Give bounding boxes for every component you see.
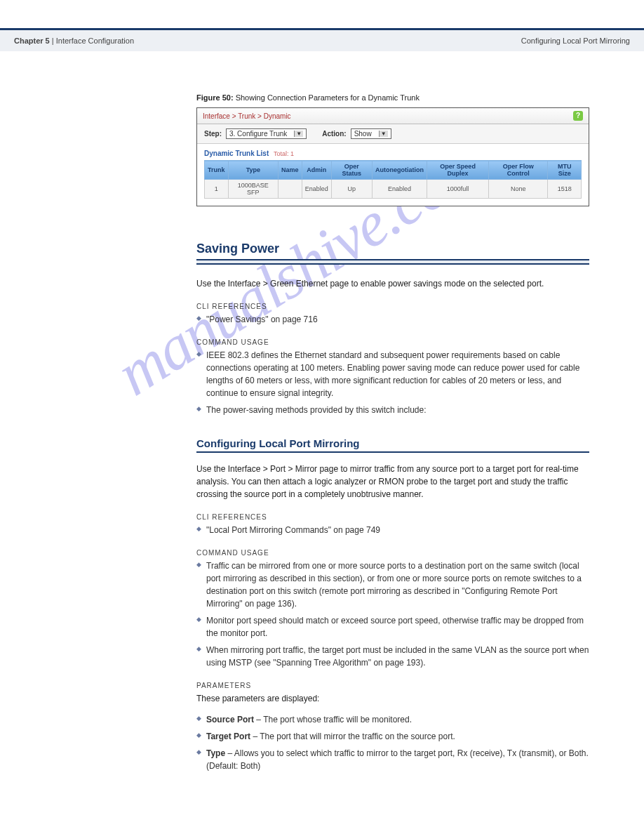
usage-item: When mirroring port traffic, the target … [196, 644, 589, 669]
cell-oper-speed: 1000full [427, 180, 488, 199]
cell-type: 1000BASE SFP [228, 180, 279, 199]
app-toolbar: Step: 3. Configure Trunk▼ Action: Show▼ [197, 124, 589, 144]
help-icon[interactable]: ? [573, 111, 583, 121]
table-header-row: Trunk Type Name Admin Oper Status Autone… [205, 161, 582, 180]
action-select[interactable]: Show▼ [351, 128, 391, 139]
param-item: Source Port – The port whose traffic wil… [196, 713, 589, 726]
parameters-heading: PARAMETERS [196, 682, 589, 689]
page-header: Chapter 5 | Interface Configuration Conf… [0, 30, 644, 51]
section-bar [196, 259, 589, 265]
usage-item: Monitor port speed should match or excee… [196, 614, 589, 640]
param-item: Type – Allows you to select which traffi… [196, 747, 589, 772]
col-oper-status: Oper Status [331, 161, 372, 180]
cell-mtu: 1518 [548, 180, 582, 199]
header-subtitle: Configuring Local Port Mirroring [521, 37, 630, 45]
cell-oper-status: Up [331, 180, 372, 199]
chevron-down-icon: ▼ [379, 131, 388, 137]
usage-item: Traffic can be mirrored from one or more… [196, 560, 589, 610]
parameters-intro: These parameters are displayed: [196, 692, 589, 705]
col-autoneg: Autonegotiation [372, 161, 427, 180]
trunk-table: Trunk Type Name Admin Oper Status Autone… [204, 160, 582, 199]
app-window: Interface > Trunk > Dynamic ? Step: 3. C… [196, 107, 589, 206]
action-label: Action: [322, 130, 346, 138]
param-item: Target Port – The port that will mirror … [196, 730, 589, 743]
header-chapter: Chapter 5 | Interface Configuration [14, 37, 134, 45]
cli-ref-heading-2: CLI REFERENCES [196, 513, 589, 521]
section1-intro: Use the Interface > Green Ethernet page … [196, 277, 589, 290]
col-oper-flow: Oper Flow Control [489, 161, 548, 180]
cmd-usage-heading: COMMAND USAGE [196, 338, 589, 346]
cell-admin: Enabled [302, 180, 331, 199]
col-oper-speed: Oper Speed Duplex [427, 161, 488, 180]
cell-name [279, 180, 302, 199]
usage-item: IEEE 802.3 defines the Ethernet standard… [196, 349, 589, 399]
col-admin: Admin [302, 161, 331, 180]
sub-rule [196, 451, 589, 453]
cli-ref-item: "Local Port Mirroring Commands" on page … [196, 524, 589, 536]
col-type: Type [228, 161, 279, 180]
col-trunk: Trunk [205, 161, 229, 180]
section2-intro: Use the Interface > Port > Mirror page t… [196, 463, 589, 501]
cmd-usage-heading-2: COMMAND USAGE [196, 549, 589, 557]
cell-autoneg: Enabled [372, 180, 427, 199]
cli-ref-heading: CLI REFERENCES [196, 303, 589, 310]
table-row: 1 1000BASE SFP Enabled Up Enabled 1000fu… [205, 180, 582, 199]
cell-trunk: 1 [205, 180, 229, 199]
chevron-down-icon: ▼ [294, 131, 303, 137]
breadcrumb: Interface > Trunk > Dynamic [203, 112, 291, 120]
col-mtu: MTU Size [548, 161, 582, 180]
section-heading-mirror: Configuring Local Port Mirroring [196, 437, 589, 449]
figure-caption: Figure 50: Showing Connection Parameters… [196, 93, 616, 102]
col-name: Name [279, 161, 302, 180]
step-label: Step: [204, 130, 222, 138]
usage-item: The power-saving methods provided by thi… [196, 404, 589, 416]
step-select[interactable]: 3. Configure Trunk▼ [226, 128, 307, 139]
app-breadcrumb-bar: Interface > Trunk > Dynamic ? [197, 108, 589, 124]
section-heading-power: Saving Power [196, 241, 589, 256]
cell-oper-flow: None [489, 180, 548, 199]
trunk-list-title: Dynamic Trunk List Total: 1 [197, 144, 589, 160]
cli-ref-item: "Power Savings" on page 716 [196, 313, 589, 326]
